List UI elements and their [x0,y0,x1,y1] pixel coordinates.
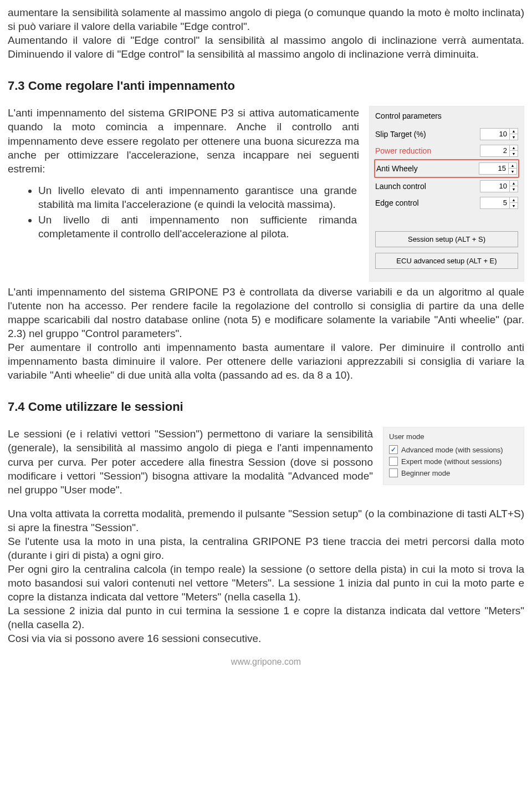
anti-wheely-input[interactable] [479,163,508,174]
edge-control-row: Edge control ▲▼ [375,195,518,211]
footer-url: www.gripone.com [8,656,524,667]
down-arrow-icon[interactable]: ▼ [510,151,518,156]
section-7-3-heading: 7.3 Come regolare l'anti impennamento [8,78,524,94]
power-reduction-input[interactable] [480,145,509,156]
panel-title: Control parameters [375,111,518,121]
sec73-paragraph-1: L'anti impennamento del sistema GRIPONE … [8,106,359,175]
user-mode-panel: User mode Advanced mode (with sessions) … [383,427,524,485]
session-setup-button[interactable]: Session setup (ALT + S) [375,231,518,247]
power-reduction-row: Power reduction ▲▼ [375,142,518,159]
sec73-paragraph-3: Per aumentare il controllo anti impennam… [8,340,524,382]
user-mode-title: User mode [389,432,518,441]
intro-paragraph-1: aumentare la sensibilità solamente al ma… [8,6,524,33]
advanced-mode-label: Advanced mode (with sessions) [401,445,503,455]
anti-wheely-label: Anti Wheely [376,164,418,174]
sec73-bullet-1: Un livello elevato di anti impennamento … [38,184,359,211]
launch-control-label: Launch control [375,181,426,191]
sec74-paragraph-6: Cosi via via si possono avere 16 session… [8,631,524,645]
down-arrow-icon[interactable]: ▼ [509,169,516,174]
checkbox-icon[interactable] [389,468,398,477]
sec74-paragraph-2: Una volta attivata la corretta modalità,… [8,507,524,534]
sec74-paragraph-5: La sessione 2 inizia dal punto in cui te… [8,604,524,631]
slip-target-row: Slip Target (%) ▲▼ [375,126,518,142]
up-arrow-icon[interactable]: ▲ [510,145,518,151]
checkbox-icon[interactable] [389,457,398,466]
sec73-bullet-2: Un livello di anti impennamento non suff… [38,213,359,241]
down-arrow-icon[interactable]: ▼ [510,203,518,208]
down-arrow-icon[interactable]: ▼ [510,186,518,192]
anti-wheely-stepper[interactable]: ▲▼ [479,162,517,175]
section-7-4-heading: 7.4 Come utilizzare le sessioni [8,399,524,415]
control-parameters-panel: Control parameters Slip Target (%) ▲▼ Po… [369,106,524,281]
expert-mode-option[interactable]: Expert mode (without sessions) [389,456,518,467]
checkbox-checked-icon[interactable] [389,445,398,454]
edge-control-label: Edge control [375,198,419,208]
up-arrow-icon[interactable]: ▲ [510,129,518,135]
expert-mode-label: Expert mode (without sessions) [401,457,502,466]
slip-target-input[interactable] [480,129,509,140]
sec74-paragraph-1: Le sessioni (e i relativi vettori "Sessi… [8,427,373,496]
slip-target-label: Slip Target (%) [375,129,426,139]
sec74-paragraph-4: Per ogni giro la centralina calcola (in … [8,562,524,604]
intro-paragraph-2: Aumentando il valore di "Edge control" l… [8,33,524,61]
edge-control-input[interactable] [480,197,509,208]
beginner-mode-option[interactable]: Beginner mode [389,467,518,479]
power-reduction-label: Power reduction [375,146,431,156]
edge-control-stepper[interactable]: ▲▼ [480,197,518,209]
launch-control-row: Launch control ▲▼ [375,178,518,195]
manual-page: aumentare la sensibilità solamente al ma… [0,0,532,679]
launch-control-stepper[interactable]: ▲▼ [480,180,518,192]
advanced-mode-option[interactable]: Advanced mode (with sessions) [389,444,518,456]
ecu-advanced-setup-button[interactable]: ECU advanced setup (ALT + E) [375,253,518,269]
anti-wheely-row: Anti Wheely ▲▼ [374,159,519,178]
slip-target-stepper[interactable]: ▲▼ [480,128,518,140]
sec73-paragraph-2: L'anti impennamento del sistema GRIPONE … [8,285,524,340]
up-arrow-icon[interactable]: ▲ [509,163,516,169]
beginner-mode-label: Beginner mode [401,468,450,478]
sec74-paragraph-3: Se l'utente usa la moto in una pista, la… [8,534,524,562]
up-arrow-icon[interactable]: ▲ [510,181,518,187]
down-arrow-icon[interactable]: ▼ [510,134,518,140]
up-arrow-icon[interactable]: ▲ [510,197,518,203]
power-reduction-stepper[interactable]: ▲▼ [480,145,518,157]
launch-control-input[interactable] [480,181,509,192]
